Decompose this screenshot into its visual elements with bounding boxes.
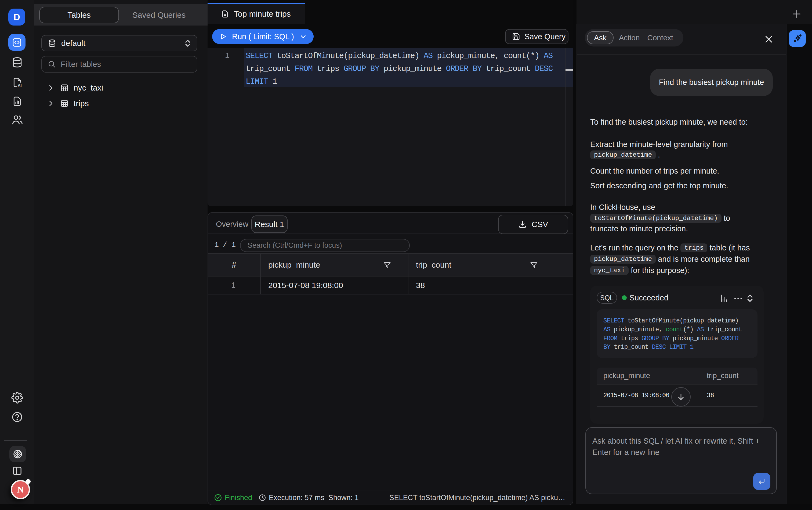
svg-text:AI: AI <box>18 83 22 88</box>
